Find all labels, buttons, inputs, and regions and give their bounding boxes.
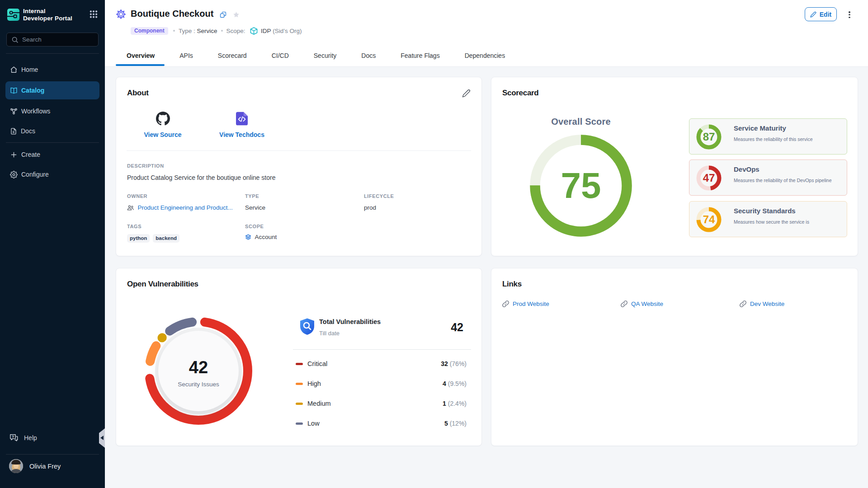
svg-text:?: ? — [12, 434, 14, 439]
